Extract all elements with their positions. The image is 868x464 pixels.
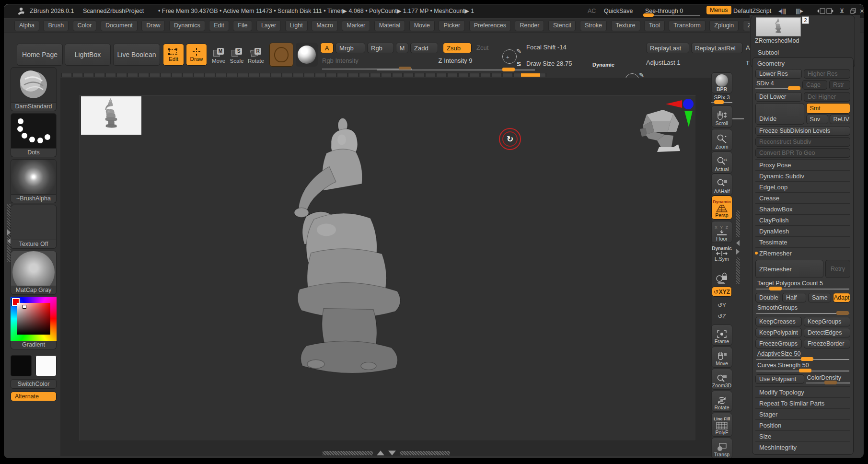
subtool-palette-header[interactable]: Subtool	[758, 49, 779, 56]
sdiv-slider[interactable]: SDiv 4	[755, 80, 800, 91]
transparency-button[interactable]: Transp	[711, 438, 732, 458]
convert-bpr-button[interactable]: Convert BPR To Geo	[755, 148, 850, 158]
section-size[interactable]: Size	[755, 430, 850, 441]
z-intensity-slider-label[interactable]: Z Intensity 9	[417, 57, 494, 64]
menus-button[interactable]: Menus	[706, 6, 731, 14]
timeline-marker[interactable]	[521, 73, 540, 77]
lower-res-button[interactable]: Lower Res	[755, 69, 802, 79]
retry-button[interactable]: Retry	[825, 260, 850, 278]
edit-mode-button[interactable]: Edit	[163, 44, 184, 66]
menu-file[interactable]: File	[233, 20, 252, 31]
rstr-button[interactable]: Rstr	[829, 80, 850, 90]
section-proxy-pose[interactable]: Proxy Pose	[755, 159, 850, 170]
left-tray-close-arrow[interactable]	[7, 238, 11, 244]
del-higher-button[interactable]: Del Higher	[804, 92, 850, 102]
adaptivesize-slider[interactable]: AdaptiveSize 50	[755, 350, 850, 361]
menu-dynamics[interactable]: Dynamics	[169, 20, 205, 31]
document-area[interactable]: ↻	[80, 95, 696, 441]
grip-texture-right[interactable]	[400, 451, 450, 455]
menu-transform[interactable]: Transform	[669, 20, 706, 31]
current-stroke-selector[interactable]: Dots	[11, 113, 57, 157]
menu-render[interactable]: Render	[515, 20, 544, 31]
axis-z-dot[interactable]	[683, 99, 694, 109]
curves-strength-slider[interactable]: Curves Strength 50	[755, 361, 850, 373]
detectedges-button[interactable]: DetectEdges	[804, 328, 850, 337]
use-polypaint-button[interactable]: Use Polypaint	[755, 374, 804, 384]
menu-macro[interactable]: Macro	[312, 20, 338, 31]
menu-zplugin[interactable]: Zplugin	[709, 20, 739, 31]
section-tessimate[interactable]: Tessimate	[755, 236, 850, 247]
lock-camera-button[interactable]	[711, 265, 732, 286]
current-material-selector[interactable]: MatCap Gray	[11, 251, 57, 295]
smt-button[interactable]: Smt	[806, 103, 851, 114]
left-tray-open-arrow[interactable]	[7, 230, 11, 235]
menu-material[interactable]: Material	[374, 20, 405, 31]
rgb-button[interactable]: Rgb	[367, 43, 394, 53]
zadd-button[interactable]: Zadd	[410, 43, 438, 53]
rotate-on-y-button[interactable]: ↺Y	[711, 302, 732, 309]
timeline-ticker[interactable]	[61, 73, 546, 77]
secondary-color-swatch[interactable]	[35, 355, 57, 376]
right-tray-open-arrow[interactable]	[736, 240, 740, 246]
scale-gizmo-button[interactable]: S Scale	[228, 45, 245, 67]
geometry-palette-header[interactable]: Geometry	[755, 59, 850, 69]
section-st[interactable]: Stager	[755, 408, 850, 419]
section-dynamesh[interactable]: DynaMesh	[755, 225, 850, 236]
menu-texture[interactable]: Texture	[611, 20, 640, 31]
perspective-button[interactable]: Dynamic Persp	[711, 196, 732, 220]
current-texture-selector[interactable]: Texture Off	[11, 205, 57, 249]
target-polygons-handle[interactable]	[769, 287, 782, 290]
suv-button[interactable]: Suv	[806, 115, 828, 124]
switch-color-button[interactable]: SwitchColor	[11, 379, 57, 389]
floor-button[interactable]: X Y Z Floor	[711, 221, 732, 243]
replay-last-rel-button[interactable]: ReplayLastRel	[691, 43, 743, 53]
quicksave-button[interactable]: QuickSave	[604, 4, 633, 18]
alternate-button[interactable]: Alternate	[11, 392, 57, 401]
close-button[interactable]: ×	[860, 4, 864, 18]
menu-document[interactable]: Document	[101, 20, 138, 31]
bpr-render-button[interactable]: BPR	[711, 72, 732, 93]
colordensity-slider[interactable]: ColorDensity	[806, 374, 851, 385]
rotate-canvas-button[interactable]: Rotate	[711, 391, 732, 412]
menu-edit[interactable]: Edit	[209, 20, 229, 31]
rotate-on-xyz-button[interactable]: ↺ XYZ	[712, 287, 732, 297]
section-repeat-to-similar[interactable]: Repeat To Similar Parts	[755, 397, 850, 408]
m-button[interactable]: M	[396, 43, 408, 53]
section-zremesher[interactable]: ZRemesher	[755, 247, 850, 258]
focal-shift-slider-label[interactable]: Focal Shift -14	[526, 44, 567, 51]
menu-stencil[interactable]: Stencil	[548, 20, 576, 31]
active-tool-thumbnail[interactable]	[756, 17, 801, 36]
menu-alpha[interactable]: Alpha	[14, 20, 39, 31]
restore-button[interactable]	[850, 8, 856, 14]
frame-button[interactable]: Frame	[711, 325, 732, 346]
zsub-button[interactable]: Zsub	[443, 43, 472, 53]
menu-layer[interactable]: Layer	[256, 20, 281, 31]
expand-up-icon[interactable]	[377, 451, 384, 455]
curves-strength-handle[interactable]	[799, 369, 811, 372]
stroke-curve-s-icon[interactable]: +✎S	[501, 46, 522, 69]
axis-gizmo[interactable]	[664, 96, 695, 128]
menu-preferences[interactable]: Preferences	[469, 20, 511, 31]
freezegroups-button[interactable]: FreezeGroups	[755, 339, 802, 348]
polyframe-button[interactable]: Line Fill PolyF	[711, 413, 732, 437]
section-crease[interactable]: Crease	[755, 192, 850, 203]
replay-last-button[interactable]: ReplayLast	[646, 43, 689, 53]
zoom3d-button[interactable]: Zoom3D	[711, 369, 732, 390]
grip-texture-left[interactable]	[323, 451, 373, 455]
axis-x-arrow[interactable]	[666, 100, 682, 108]
section-dynamic-subdiv[interactable]: Dynamic Subdiv	[755, 170, 850, 181]
reconstruct-subdiv-button[interactable]: Reconstruct Subdiv	[755, 137, 850, 147]
axis-y-arrow[interactable]	[684, 111, 693, 127]
menu-light[interactable]: Light	[285, 20, 308, 31]
higher-res-button[interactable]: Higher Res	[804, 69, 850, 79]
menu-tool[interactable]: Tool	[644, 20, 665, 31]
document-cycle-icons[interactable]	[816, 8, 834, 14]
reuv-button[interactable]: ReUV	[830, 115, 851, 124]
right-tray-scroll-strip-top[interactable]	[736, 210, 740, 237]
keepcreases-button[interactable]: KeepCreases	[755, 317, 802, 326]
adapt-button[interactable]: Adapt	[833, 293, 850, 302]
right-tray-close-arrow[interactable]	[736, 249, 740, 255]
adaptivesize-handle[interactable]	[801, 357, 813, 361]
del-lower-button[interactable]: Del Lower	[755, 92, 802, 102]
gradient-button[interactable]: Gradient	[11, 341, 57, 349]
